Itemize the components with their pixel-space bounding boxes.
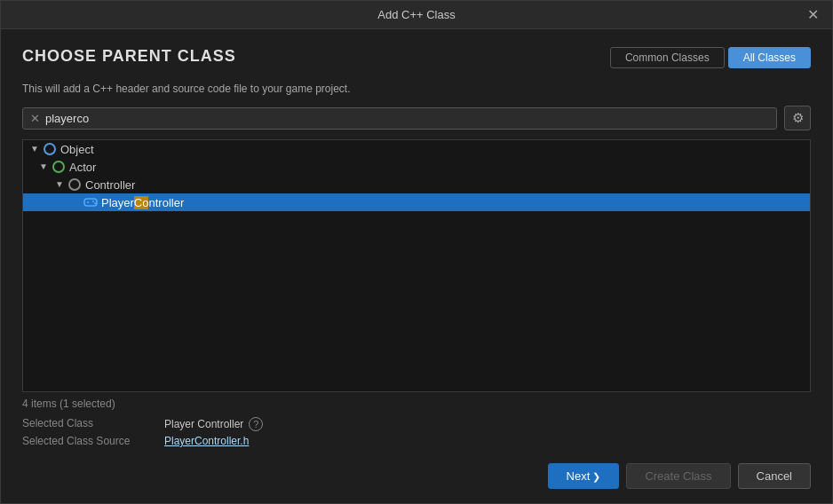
arrow-object [30, 144, 41, 154]
tab-row: Common Classes All Classes [610, 47, 811, 68]
tree-item-actor[interactable]: Actor [23, 158, 810, 176]
search-row: ✕ ⚙ [22, 106, 811, 130]
label-object: Object [60, 143, 94, 156]
selected-class-value-row: Player Controller ? [164, 417, 811, 431]
svg-point-3 [92, 201, 94, 202]
icon-controller [67, 177, 82, 192]
status-bar: 4 items (1 selected) [22, 392, 811, 417]
section-title: CHOOSE PARENT CLASS [22, 47, 236, 66]
gear-button[interactable]: ⚙ [784, 106, 811, 130]
next-button[interactable]: Next [548, 463, 620, 489]
titlebar: Add C++ Class ✕ [1, 1, 832, 29]
svg-rect-0 [84, 199, 97, 206]
selected-class-label: Selected Class [22, 417, 164, 431]
tab-all-classes[interactable]: All Classes [728, 47, 811, 68]
main-content: CHOOSE PARENT CLASS Common Classes All C… [1, 29, 832, 503]
svg-point-4 [94, 202, 96, 204]
search-input[interactable] [45, 112, 769, 125]
arrow-controller [55, 179, 66, 190]
selected-class-source-value[interactable]: PlayerController.h [164, 435, 811, 447]
cancel-button[interactable]: Cancel [738, 463, 811, 489]
close-button[interactable]: ✕ [804, 6, 821, 24]
search-field-wrap: ✕ [22, 107, 777, 130]
footer-buttons: Next Create Class Cancel [22, 460, 811, 489]
arrow-playercontroller [71, 197, 82, 208]
tree-item-controller[interactable]: Controller [23, 176, 810, 193]
match-highlight: Co [134, 196, 149, 209]
gear-icon: ⚙ [792, 110, 804, 126]
label-actor: Actor [69, 161, 96, 174]
tab-common-classes[interactable]: Common Classes [610, 47, 725, 68]
subtitle-text: This will add a C++ header and source co… [22, 83, 811, 95]
info-section: Selected Class Player Controller ? Selec… [22, 417, 811, 447]
selected-class-source-label: Selected Class Source [22, 435, 164, 447]
label-playercontroller: PlayerController [101, 196, 184, 209]
tree-item-object[interactable]: Object [23, 140, 810, 158]
icon-playercontroller [83, 195, 98, 209]
arrow-actor [39, 161, 50, 172]
dialog-window: Add C++ Class ✕ CHOOSE PARENT CLASS Comm… [0, 0, 833, 504]
label-controller: Controller [85, 178, 135, 192]
create-class-button[interactable]: Create Class [626, 463, 730, 489]
tree-item-playercontroller[interactable]: PlayerController [23, 193, 810, 211]
next-label: Next [567, 469, 591, 483]
class-tree[interactable]: Object Actor Controller [22, 139, 811, 392]
selected-class-value: Player Controller [164, 418, 243, 430]
dialog-title: Add C++ Class [377, 8, 455, 21]
icon-object [43, 142, 57, 156]
chevron-right-icon [590, 469, 600, 483]
icon-actor [52, 160, 66, 174]
search-clear-button[interactable]: ✕ [30, 112, 40, 125]
help-icon[interactable]: ? [249, 417, 263, 431]
